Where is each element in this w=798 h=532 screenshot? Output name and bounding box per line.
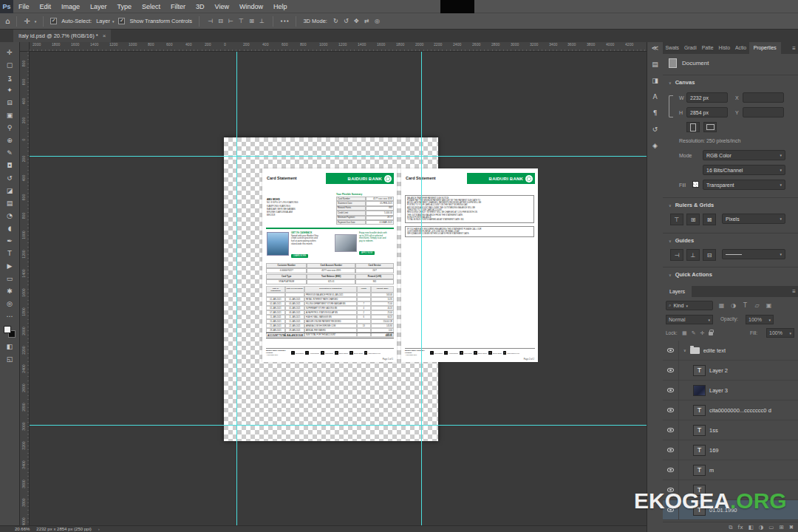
type-tool[interactable]: T — [3, 247, 17, 259]
menu-select[interactable]: Select — [137, 0, 166, 13]
zoom-tool[interactable]: ◎ — [3, 297, 17, 310]
layer-effects-icon[interactable]: fx — [738, 524, 743, 531]
vertical-ruler[interactable]: 8006004002000200400600800100012001400160… — [20, 52, 30, 525]
rulers-grids-section-header[interactable]: ∨ Rulers & Grids — [669, 202, 714, 208]
landscape-orientation-button[interactable] — [703, 122, 717, 132]
close-icon[interactable]: × — [103, 33, 106, 39]
visibility-toggle[interactable] — [663, 381, 679, 400]
x-field[interactable] — [743, 92, 784, 103]
3d-roll-icon[interactable]: ↺ — [342, 18, 350, 24]
visibility-toggle[interactable] — [663, 440, 679, 460]
lock-transparent-pixels-icon[interactable]: ▦ — [682, 330, 687, 336]
opacity-dropdown[interactable]: 100% ▾ — [746, 315, 774, 324]
edit-toolbar-icon[interactable]: ⋯ — [3, 310, 17, 322]
eraser-tool[interactable]: ◪ — [3, 184, 17, 197]
align-right-edges-icon[interactable]: ⊢ — [227, 18, 235, 24]
auto-select-checkbox[interactable] — [50, 18, 57, 24]
gradient-tool[interactable]: ▤ — [3, 197, 17, 209]
panel-tab-properties[interactable]: Properties — [749, 42, 781, 54]
crop-tool[interactable]: ⊟ — [3, 96, 17, 109]
menu-file[interactable]: File — [13, 0, 35, 13]
paragraph-panel-icon[interactable]: ¶ — [653, 109, 658, 117]
path-selection-tool[interactable]: ▶ — [3, 259, 17, 272]
vertical-guide[interactable] — [421, 52, 422, 525]
layer-row-layer-3[interactable]: Layer 3 — [663, 381, 798, 400]
color-mode-dropdown[interactable]: RGB Color ▾ — [703, 150, 785, 160]
show-transform-controls-checkbox[interactable] — [118, 18, 125, 24]
panel-tab-histo[interactable]: Histo — [716, 42, 733, 54]
fill-dropdown[interactable]: Transparent ▾ — [703, 180, 785, 190]
screen-mode-icon[interactable]: ◱ — [3, 352, 17, 365]
menu-edit[interactable]: Edit — [35, 0, 57, 13]
layer-row-cita0000000-ccccccc0-d[interactable]: Tcita0000000...ccccccc0 d — [663, 400, 798, 420]
rectangle-tool[interactable]: ▭ — [3, 272, 17, 284]
brush-tool[interactable]: ✎ — [3, 146, 17, 159]
frame-tool[interactable]: ▣ — [3, 109, 17, 121]
panel-tab-swats[interactable]: Swats — [663, 42, 682, 54]
clone-stamp-tool[interactable]: ◘ — [3, 159, 17, 171]
panel-menu-icon[interactable]: ≡ — [792, 45, 796, 52]
align-vertical-centers-icon[interactable]: ⊞ — [248, 18, 256, 24]
home-icon[interactable]: ⌂ — [5, 17, 10, 25]
ruler-origin-corner[interactable] — [20, 42, 30, 52]
current-tool-icon[interactable]: ✛ — [24, 17, 30, 25]
layer-row-layer-2[interactable]: TLayer 2 — [663, 361, 798, 381]
menu-filter[interactable]: Filter — [166, 0, 191, 13]
link-layers-icon[interactable]: ⧉ — [729, 524, 732, 531]
menu-3d[interactable]: 3D — [191, 0, 210, 13]
adjustment-layer-icon[interactable]: ◑ — [759, 524, 764, 531]
tool-preset-chevron-icon[interactable]: ▾ — [35, 19, 37, 24]
lasso-tool[interactable]: ʓ — [3, 71, 17, 83]
character-panel-icon[interactable]: A — [652, 93, 657, 100]
visibility-toggle[interactable] — [663, 361, 679, 380]
3d-scale-icon[interactable]: ◎ — [373, 18, 381, 24]
blur-tool[interactable]: ◔ — [3, 209, 17, 222]
bit-depth-dropdown[interactable]: 16 Bits/Channel ▾ — [703, 165, 785, 175]
adjustments-panel-icon[interactable]: ◨ — [652, 77, 658, 84]
units-dropdown[interactable]: Pixels ▾ — [722, 214, 785, 224]
guide-style-dropdown[interactable]: ▾ — [722, 249, 785, 259]
layer-group-icon[interactable]: ▭ — [768, 524, 774, 531]
horizontal-guide[interactable] — [30, 425, 647, 426]
more-options-icon[interactable]: ••• — [280, 18, 289, 24]
object-selection-tool[interactable]: ✦ — [3, 83, 17, 96]
menu-layer[interactable]: Layer — [85, 0, 112, 13]
filter-type-layers-icon[interactable]: T — [741, 300, 749, 312]
visibility-toggle[interactable] — [663, 420, 679, 440]
app-logo-icon[interactable]: Ps — [0, 0, 13, 13]
align-top-edges-icon[interactable]: ⊤ — [237, 18, 245, 24]
menu-image[interactable]: Image — [56, 0, 85, 13]
layer-row-169[interactable]: T169 — [663, 440, 798, 460]
new-guide-icon[interactable]: ⊣ — [670, 249, 683, 261]
visibility-toggle[interactable] — [663, 460, 679, 480]
y-field[interactable] — [743, 107, 784, 117]
3d-rotate-icon[interactable]: ↻ — [332, 18, 340, 24]
pen-tool[interactable]: ✒ — [3, 234, 17, 247]
move-tool[interactable]: ✛ — [3, 46, 17, 58]
menu-window[interactable]: Window — [234, 0, 268, 13]
quick-actions-section-header[interactable]: ∨ Quick Actions — [669, 271, 712, 278]
canvas-area[interactable]: Card Statement BAIDURI BANK ABG MOHDNO 8… — [30, 52, 647, 525]
layers-menu-icon[interactable]: ≡ — [792, 288, 796, 295]
vertical-guide[interactable] — [236, 52, 237, 525]
toggle-rulers-icon[interactable]: ⊤ — [670, 214, 683, 225]
3d-slide-icon[interactable]: ⇄ — [363, 18, 371, 24]
libraries-panel-icon[interactable]: ◈ — [652, 142, 658, 149]
color-panel-icon[interactable]: ▤ — [652, 61, 658, 68]
lock-image-pixels-icon[interactable]: ✎ — [692, 330, 696, 336]
layer-fill-dropdown[interactable]: 100% ▾ — [766, 328, 794, 338]
panel-tab-actio[interactable]: Actio — [733, 42, 749, 54]
visibility-toggle[interactable] — [663, 400, 679, 420]
lock-all-icon[interactable] — [709, 332, 713, 335]
visibility-toggle[interactable] — [663, 341, 679, 360]
hand-tool[interactable]: ✱ — [3, 284, 17, 297]
new-layer-icon[interactable]: ⊞ — [779, 524, 783, 531]
align-bottom-edges-icon[interactable]: ⊥ — [258, 18, 266, 24]
layer-row-m[interactable]: Tm — [663, 460, 798, 480]
snap-icon[interactable]: ⊠ — [703, 214, 716, 225]
filter-shape-layers-icon[interactable]: ▱ — [753, 300, 761, 312]
layer-row-1ss[interactable]: T1ss — [663, 420, 798, 440]
lock-position-icon[interactable]: ✛ — [700, 330, 705, 336]
foreground-color-swatch[interactable] — [4, 326, 11, 333]
filter-pixel-layers-icon[interactable]: ▦ — [717, 300, 726, 312]
